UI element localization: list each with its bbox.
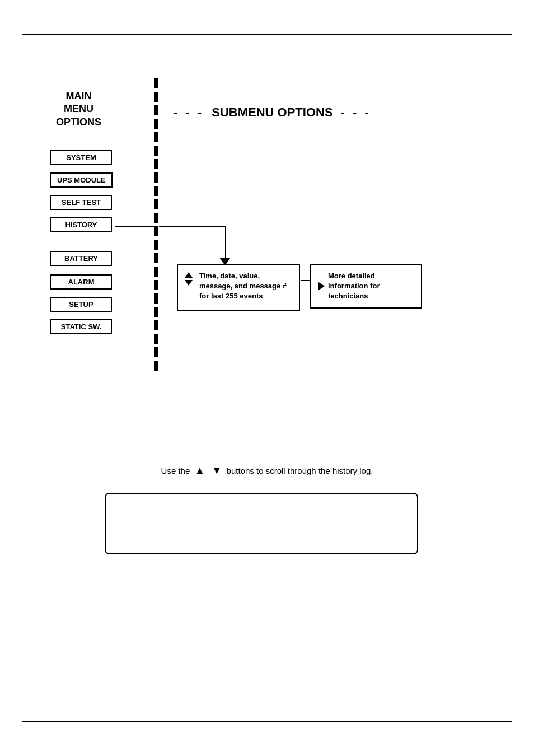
bottom-rule <box>22 721 512 722</box>
content-box-history-detail: Time, date, value, message, and message … <box>177 264 300 311</box>
display-box <box>105 493 418 554</box>
menu-item-system: SYSTEM <box>50 150 112 165</box>
submenu-options-label: - - - SUBMENU OPTIONS - - - <box>174 105 371 120</box>
menu-item-alarm: ALARM <box>50 274 112 290</box>
connector-between-boxes <box>301 280 311 281</box>
v-connector-down <box>225 226 226 259</box>
up-arrow-hint: ▲ <box>195 465 205 476</box>
h-connector-history <box>115 226 155 227</box>
menu-item-self-test: SELF TEST <box>50 195 112 210</box>
right-triangle-icon <box>318 282 325 291</box>
menu-item-history: HISTORY <box>50 217 112 232</box>
menu-item-static-sw: STATIC SW. <box>50 319 112 334</box>
menu-item-battery: BATTERY <box>50 251 112 266</box>
top-rule <box>22 34 512 35</box>
content-box-technicians: More detailed information for technician… <box>310 264 422 309</box>
menu-item-ups-module: UPS MODULE <box>50 172 113 188</box>
down-arrow-hint: ▼ <box>212 465 222 476</box>
up-triangle-icon <box>185 272 193 278</box>
main-menu-label: MAIN MENU OPTIONS <box>56 90 101 129</box>
nav-hint: Use the ▲ ▼ buttons to scroll through th… <box>0 465 534 477</box>
down-triangle-icon <box>185 280 193 286</box>
menu-item-setup: SETUP <box>50 297 112 312</box>
h-connector-right <box>159 226 226 227</box>
